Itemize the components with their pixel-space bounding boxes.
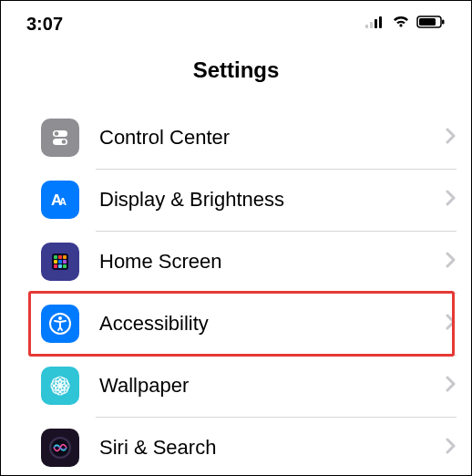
- row-label: Siri & Search: [99, 436, 216, 460]
- page-title: Settings: [1, 41, 471, 107]
- chevron-right-icon: [446, 252, 457, 272]
- status-bar: 3:07: [1, 1, 471, 41]
- svg-point-10: [62, 140, 67, 144]
- row-display-brightness[interactable]: A A Display & Brightness: [1, 169, 471, 231]
- row-label: Accessibility: [99, 312, 209, 336]
- home-screen-icon: [41, 243, 79, 281]
- row-label: Control Center: [99, 126, 230, 150]
- display-brightness-icon: A A: [41, 181, 79, 219]
- row-siri-search[interactable]: Siri & Search: [1, 417, 471, 476]
- svg-rect-18: [58, 260, 62, 264]
- chevron-right-icon: [446, 438, 457, 458]
- svg-point-33: [59, 385, 68, 394]
- svg-rect-1: [370, 22, 373, 28]
- chevron-right-icon: [446, 190, 457, 210]
- row-control-center[interactable]: Control Center: [1, 107, 471, 169]
- chevron-right-icon: [446, 128, 457, 148]
- svg-rect-6: [442, 20, 445, 25]
- svg-point-24: [58, 316, 62, 320]
- svg-point-8: [55, 131, 59, 136]
- svg-rect-22: [63, 264, 67, 268]
- control-center-icon: [41, 119, 79, 157]
- battery-icon: [416, 16, 446, 32]
- row-accessibility[interactable]: Accessibility: [1, 293, 471, 355]
- svg-rect-21: [58, 264, 62, 268]
- chevron-right-icon: [446, 314, 457, 334]
- row-label: Display & Brightness: [99, 188, 284, 212]
- svg-rect-2: [375, 19, 377, 28]
- svg-rect-19: [63, 260, 67, 264]
- svg-rect-0: [365, 25, 368, 28]
- svg-rect-15: [58, 255, 62, 259]
- status-icons: [365, 16, 446, 32]
- svg-text:A: A: [59, 196, 67, 207]
- wifi-icon: [392, 16, 410, 32]
- cellular-signal-icon: [365, 16, 385, 32]
- accessibility-icon: [41, 305, 79, 343]
- svg-rect-17: [54, 260, 57, 264]
- svg-rect-14: [54, 255, 57, 259]
- row-home-screen[interactable]: Home Screen: [1, 231, 471, 293]
- svg-rect-20: [54, 264, 57, 268]
- status-time: 3:07: [26, 14, 63, 35]
- settings-list: Control Center A A Display & Brightness: [1, 107, 471, 476]
- svg-rect-3: [379, 16, 382, 28]
- row-label: Wallpaper: [99, 374, 189, 398]
- chevron-right-icon: [446, 376, 457, 396]
- row-wallpaper[interactable]: Wallpaper: [1, 355, 471, 417]
- wallpaper-icon: [41, 367, 79, 405]
- row-label: Home Screen: [99, 250, 222, 274]
- siri-search-icon: [41, 429, 79, 467]
- svg-rect-5: [419, 18, 436, 26]
- svg-rect-16: [63, 255, 67, 259]
